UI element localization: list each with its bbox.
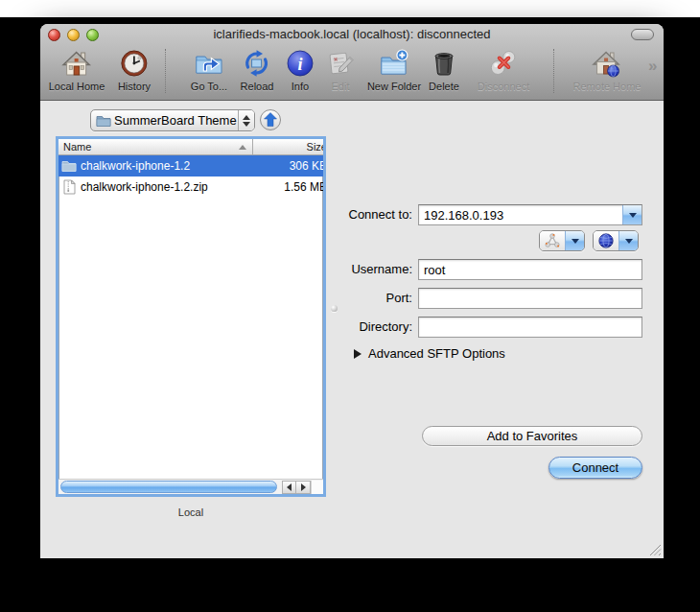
disclosure-triangle-icon (354, 349, 362, 359)
chevron-down-icon (572, 239, 579, 244)
port-row: Port: (338, 288, 642, 309)
trash-icon (429, 48, 459, 79)
svg-text:i: i (297, 55, 302, 74)
port-input[interactable] (418, 288, 642, 309)
toolbar-item-label: Disconnect (478, 81, 529, 92)
connect-to-combo (418, 204, 642, 225)
toolbar-item-label: Remote Home (573, 81, 642, 92)
advanced-sftp-options-label: Advanced SFTP Options (368, 346, 505, 361)
file-name: chalkwork-iphone-1.2.zip (81, 180, 253, 194)
scroll-right-button[interactable] (296, 481, 311, 494)
username-label: Username: (338, 259, 418, 280)
directory-popup-value: SummerBoard Theme In (114, 113, 238, 128)
toolbar-item-go-to[interactable]: Go To... (191, 48, 227, 92)
file-size: 1.56 MB (253, 180, 326, 194)
page-top-strip (0, 0, 700, 17)
toolbar-item-label: New Folder (367, 81, 421, 92)
connect-button[interactable]: Connect (548, 457, 642, 479)
window-chrome: iclarifieds-macbook.local (localhost): d… (40, 24, 664, 101)
horizontal-scrollbar[interactable] (58, 479, 323, 494)
toolbar-item-reload[interactable]: Reload (241, 48, 274, 92)
connect-to-label: Connect to: (338, 204, 418, 225)
new-folder-icon (379, 48, 409, 79)
column-header-name[interactable]: Name (58, 139, 253, 154)
disconnect-icon (488, 48, 519, 79)
traffic-lights (48, 29, 99, 41)
column-name-label: Name (63, 141, 91, 153)
local-file-list[interactable]: Name Size chalkwork-iphone-1.2 306 KB ch… (56, 136, 326, 497)
toolbar-separator (165, 49, 166, 93)
bonjour-dropdown-arrow[interactable] (565, 231, 584, 250)
toolbar-item-history[interactable]: History (118, 48, 151, 92)
arrow-left-icon (287, 483, 292, 491)
toolbar-item-label: Reload (241, 81, 274, 92)
home-icon (61, 48, 92, 79)
toolbar-item-edit: Edit (325, 48, 356, 92)
table-row[interactable]: chalkwork-iphone-1.2 306 KB (58, 155, 326, 177)
file-name: chalkwork-iphone-1.2 (81, 159, 253, 173)
toolbar-item-label: Local Home (49, 81, 105, 92)
directory-input[interactable] (418, 317, 642, 338)
toolbar-separator (553, 49, 554, 93)
connect-to-input[interactable] (418, 204, 642, 225)
scrollbar-corner (311, 481, 323, 494)
clock-icon (119, 48, 150, 79)
username-row: Username: (338, 259, 642, 280)
directory-popup[interactable]: SummerBoard Theme In (90, 109, 255, 131)
toolbar-item-info[interactable]: i Info (285, 48, 315, 92)
bonjour-menu-button[interactable] (539, 230, 585, 251)
advanced-sftp-options-toggle[interactable]: Advanced SFTP Options (347, 346, 505, 361)
info-icon: i (285, 48, 315, 79)
close-button[interactable] (48, 29, 60, 41)
sort-ascending-icon (239, 145, 246, 150)
file-size: 306 KB (253, 159, 326, 173)
directory-label: Directory: (338, 317, 418, 338)
chevron-down-icon (625, 239, 633, 244)
folder-icon (61, 158, 77, 174)
port-label: Port: (338, 288, 418, 309)
toolbar-item-label: Go To... (191, 81, 227, 92)
network-menu-button[interactable] (593, 230, 639, 251)
edit-icon (325, 48, 356, 79)
window-title: iclarifieds-macbook.local (localhost): d… (40, 24, 664, 45)
file-list-header: Name Size (58, 139, 326, 155)
globe-icon (594, 231, 618, 250)
toolbar-item-label: Edit (325, 81, 356, 92)
chevron-down-icon (629, 213, 637, 218)
titlebar[interactable]: iclarifieds-macbook.local (localhost): d… (40, 24, 664, 45)
column-size-label: Size (307, 141, 326, 153)
up-directory-button[interactable] (259, 108, 282, 131)
reload-icon (242, 48, 272, 79)
directory-row: Directory: (338, 317, 642, 338)
bonjour-icon (540, 231, 565, 250)
table-row[interactable]: chalkwork-iphone-1.2.zip 1.56 MB (58, 177, 326, 198)
toolbar-toggle-button[interactable] (631, 29, 654, 40)
toolbar-item-disconnect: Disconnect (478, 48, 529, 92)
goto-folder-icon (194, 48, 224, 79)
connect-to-dropdown-button[interactable] (622, 205, 642, 224)
toolbar-overflow-chevron[interactable]: » (648, 57, 655, 76)
remote-home-icon (592, 48, 622, 79)
connect-to-row: Connect to: (338, 204, 642, 225)
pane-label: Local (56, 506, 326, 518)
resize-grip[interactable] (648, 543, 662, 556)
toolbar-item-delete[interactable]: Delete (429, 48, 459, 92)
zip-file-icon (61, 179, 77, 195)
pane-splitter-dimple[interactable] (331, 305, 338, 312)
scrollbar-thumb[interactable] (60, 481, 277, 493)
arrow-right-icon (301, 483, 306, 491)
toolbar-item-new-folder[interactable]: New Folder (367, 48, 421, 92)
column-header-size[interactable]: Size (253, 139, 326, 154)
zoom-button[interactable] (86, 29, 99, 41)
minimize-button[interactable] (67, 29, 80, 41)
scroll-left-button[interactable] (282, 481, 296, 494)
toolbar-item-label: Delete (429, 81, 459, 92)
toolbar-item-local-home[interactable]: Local Home (49, 48, 105, 92)
toolbar-item-remote-home: Remote Home (573, 48, 642, 92)
folder-icon (96, 113, 111, 129)
network-dropdown-arrow[interactable] (618, 231, 638, 250)
username-input[interactable] (418, 259, 642, 280)
app-window: iclarifieds-macbook.local (localhost): d… (40, 24, 664, 558)
add-to-favorites-button[interactable]: Add to Favorites (422, 426, 642, 446)
toolbar-item-label: History (118, 81, 151, 92)
